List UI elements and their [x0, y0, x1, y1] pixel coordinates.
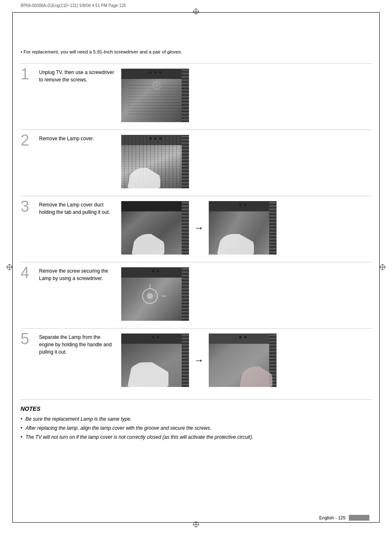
left-crosshair [6, 264, 13, 271]
top-crosshair [193, 8, 199, 16]
bottom-crosshair [193, 521, 199, 529]
screw-circle [152, 81, 161, 90]
img-dot-3b-1 [239, 204, 242, 206]
step-3-image-b [209, 201, 277, 255]
img-dot-1 [149, 71, 152, 74]
img-dots [149, 71, 161, 74]
notes-section: NOTES Be sure the replacement Lamp is th… [21, 399, 371, 441]
step-3-image-a [121, 201, 189, 255]
img-right-strip-4 [182, 267, 189, 321]
step-5-images: → [121, 334, 277, 387]
note-item-1: Be sure the replacement Lamp is the same… [21, 415, 371, 423]
img-dots-4 [152, 270, 159, 272]
img-dots-3b [239, 204, 247, 206]
step-2-image [121, 135, 189, 188]
img-top-strip-5a [121, 334, 189, 344]
step-1: 1 Unplug TV, then use a screwdriver to r… [21, 63, 371, 122]
img-dot-3b-2 [244, 204, 247, 206]
img-dot-3 [159, 71, 161, 74]
step-3: 3 Remove the Lamp cover duct holding the… [21, 196, 371, 255]
step-5-image-b [209, 334, 277, 387]
step-5-text: Separate the Lamp from the engine by hol… [39, 334, 121, 356]
svg-point-16 [147, 293, 153, 299]
img-dots-5a [152, 336, 159, 338]
step-3-text: Remove the Lamp cover duct holding the t… [39, 201, 121, 216]
img-dot-3a-1 [152, 204, 154, 206]
img-dot-5b-2 [244, 336, 247, 338]
img-dot-5a-2 [157, 336, 159, 338]
img-dot-5b-1 [239, 336, 242, 338]
step-4-text: Remove the screw securing the Lamp by us… [39, 267, 121, 282]
step-3-number: 3 [21, 199, 39, 214]
img-top-strip [121, 69, 189, 79]
img-right-strip-2 [182, 135, 189, 188]
footer-box [349, 515, 369, 521]
footer-text: English - 125 [319, 515, 346, 520]
step-1-image [121, 69, 189, 122]
step-2-text: Remove the Lamp cover. [39, 135, 121, 142]
img-dot-4-1 [152, 270, 154, 272]
img-dot-2 [154, 71, 157, 74]
right-crosshair [379, 264, 386, 271]
step-1-number: 1 [21, 66, 39, 82]
img-right-strip-3a [182, 201, 189, 255]
step-4-images [121, 267, 189, 321]
header-text: BP68-00588A-01Eng(110~131) 5/8/06 4:51 P… [21, 3, 371, 8]
note-item-2: After replacing the lamp, align the lamp… [21, 424, 371, 432]
step-5-number: 5 [21, 331, 39, 347]
notes-title: NOTES [21, 405, 371, 412]
img-dot-3a-2 [157, 204, 159, 206]
note-item-3: The TV will not turn on if the lamp cove… [21, 433, 371, 441]
page-footer: English - 125 [319, 515, 369, 521]
intro-text: • For replacement, you will need a 5.91-… [21, 49, 371, 54]
img-top-strip-3a [121, 201, 189, 211]
img-dot-4-2 [157, 270, 159, 272]
img-dots-3a [152, 204, 159, 206]
step-2: 2 Remove the Lamp cover. [21, 130, 371, 188]
lamp-visual [134, 284, 166, 308]
page-header: BP68-00588A-01Eng(110~131) 5/8/06 4:51 P… [21, 3, 371, 8]
step-2-number: 2 [21, 132, 39, 148]
img-dots-5b [239, 336, 247, 338]
step-3-arrow: → [194, 222, 204, 234]
step-4: 4 Remove the screw securing the Lamp by … [21, 262, 371, 321]
img-right-strip-3b [269, 201, 277, 255]
step-5: 5 Separate the Lamp from the engine by h… [21, 328, 371, 387]
step-5-image-a [121, 334, 189, 387]
img-top-strip-4 [121, 267, 189, 278]
glove-shape-5b [240, 366, 272, 387]
content-area: • For replacement, you will need a 5.91-… [21, 25, 371, 514]
glove-shape-3a [131, 234, 164, 255]
img-top-strip-3b [209, 201, 277, 211]
step-4-image [121, 267, 189, 321]
img-dot-5a-1 [152, 336, 154, 338]
img-top-strip-5b [209, 334, 277, 344]
step-1-text: Unplug TV, then use a screwdriver to rem… [39, 69, 121, 83]
step-5-arrow: → [194, 354, 204, 366]
step-1-images [121, 69, 189, 122]
notes-list: Be sure the replacement Lamp is the same… [21, 415, 371, 441]
glove-shape-5a [127, 362, 168, 387]
step-2-images [121, 135, 189, 188]
glove-shape-3b [217, 234, 254, 255]
step-4-number: 4 [21, 265, 39, 280]
img-right-strip-5a [182, 334, 189, 387]
img-right-strip [182, 69, 189, 122]
step-3-images: → [121, 201, 277, 255]
